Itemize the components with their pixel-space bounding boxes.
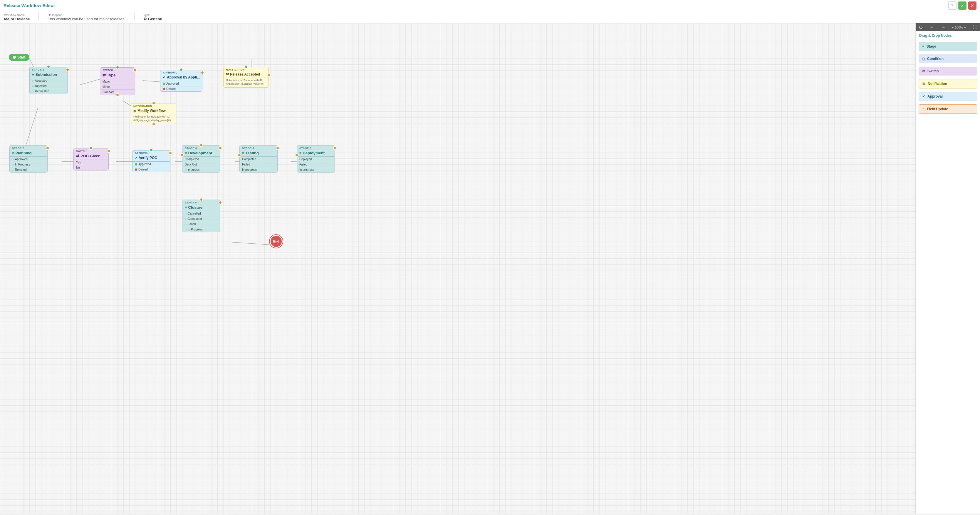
- approval-palette-icon: ✓: [922, 94, 925, 99]
- description-field: Description This workflow can be used fo…: [48, 14, 125, 21]
- stage6-item: ▷Completed: [183, 216, 220, 222]
- approval-poc-top-connector: [150, 148, 153, 152]
- notif-icon: ✉: [134, 109, 136, 113]
- condition-palette-icon: ◇: [922, 57, 925, 61]
- standard-out-dot: [134, 69, 137, 72]
- close-button[interactable]: ✕: [968, 2, 977, 10]
- zoom-minus[interactable]: −: [951, 26, 953, 29]
- notif-release-out-dot: [267, 73, 270, 77]
- approval-appli-item: Denied: [161, 86, 202, 91]
- stage2-item: ▷Rejected: [10, 167, 47, 172]
- notif-modify-node[interactable]: Notification ✉ Modify Workflow Notificat…: [131, 103, 176, 124]
- switch-poc-top-connector: [89, 147, 93, 150]
- stage6-item: ▷Failed: [183, 222, 220, 227]
- palette-switch[interactable]: ⇄ Switch: [919, 67, 977, 75]
- stage3-item: Back Out: [183, 162, 220, 167]
- stage5-node[interactable]: Stage 5 ≡ Deployment Deployed Failed In …: [297, 145, 335, 172]
- start-node[interactable]: Start: [9, 54, 29, 61]
- start-indicator: [13, 56, 16, 59]
- undo-button[interactable]: ↩: [929, 24, 934, 30]
- palette-approval[interactable]: ✓ Approval: [919, 92, 977, 101]
- stage6-item: ▷In Progress: [183, 227, 220, 232]
- palette-fieldupdate[interactable]: ○ Field Update: [919, 104, 977, 114]
- approval-icon: ✓: [135, 156, 138, 160]
- stage-icon: ≡: [185, 151, 187, 155]
- stage-icon: ≡: [12, 151, 14, 155]
- help-button[interactable]: ?: [948, 2, 956, 10]
- stage4-node[interactable]: Stage 4 ≡ Testing Completed Failed In pr…: [239, 145, 278, 172]
- stage5-item: In progress: [297, 167, 335, 172]
- type-field: Type ⚙ General: [143, 14, 162, 21]
- canvas-toolbar: ⏻ ↩ ↪ − 100% + ⛶: [916, 23, 980, 31]
- fullscreen-button[interactable]: ⛶: [972, 24, 978, 30]
- notif-modify-bottom-connector: [152, 122, 155, 126]
- stage2-node[interactable]: Stage 2 ≡ Planning ▷Approved ▷In Progres…: [10, 145, 48, 172]
- stage3-top-connector: [199, 143, 203, 147]
- stage4-item: Failed: [240, 162, 277, 167]
- palette-condition[interactable]: ◇ Condition: [919, 54, 977, 63]
- approval-poc-item: Denied: [132, 167, 170, 172]
- palette-stage[interactable]: ≡ Stage: [919, 42, 977, 51]
- stage6-top-connector: [199, 198, 203, 201]
- switch-type-node[interactable]: Switch ⇄ Type Major Minor Standard: [100, 67, 135, 95]
- notif-modify-top-connector: [152, 101, 155, 105]
- stage6-node[interactable]: Stage 6 ≡ Closure ▷Cancelled ▷Completed …: [182, 199, 220, 232]
- stage-palette-icon: ≡: [922, 45, 924, 48]
- stage1-item: ▷ Requested: [30, 89, 67, 94]
- switch-icon: ⇄: [102, 73, 106, 77]
- switch-icon: ⇄: [76, 154, 79, 158]
- stage-icon: ≡: [299, 151, 302, 155]
- notif-release-node[interactable]: Notification ✉ Release Accepted Notifica…: [223, 67, 269, 88]
- switch-type-item: Minor: [100, 85, 135, 90]
- switch-poc-item: No: [74, 165, 108, 170]
- stage6-item: ▷Cancelled: [183, 211, 220, 216]
- approval-poc-node[interactable]: Approval ✓ Verify POC Approved Denied: [132, 150, 170, 172]
- end-node[interactable]: End: [270, 235, 283, 248]
- stage4-item: In progress: [240, 167, 277, 172]
- save-button[interactable]: ✓: [958, 2, 966, 10]
- node-palette-sidebar: ⏻ ↩ ↪ − 100% + ⛶ Drag & Drop Nodes ≡ Sta…: [915, 23, 980, 513]
- switch-poc-item: Yes: [74, 160, 108, 165]
- stage-icon: ≡: [242, 151, 244, 155]
- palette-notification[interactable]: ✉ Notification: [919, 79, 977, 88]
- stage5-item: Deployed: [297, 157, 335, 162]
- switch-poc-node[interactable]: Switch ⇄ POC Given Yes No: [73, 148, 109, 171]
- stage3-item: Completed: [183, 157, 220, 162]
- approval-appli-node[interactable]: Approval ✓ Approval by Appli... Approved…: [160, 70, 202, 92]
- switch-type-bottom-connector: [116, 93, 119, 97]
- stage4-item: Completed: [240, 157, 277, 162]
- switch-type-item: Major: [100, 79, 135, 85]
- zoom-control: − 100% +: [951, 26, 966, 29]
- switch-type-top-connector: [116, 65, 119, 69]
- notif-icon: ✉: [226, 72, 229, 77]
- redo-button[interactable]: ↪: [941, 24, 946, 30]
- switch-palette-icon: ⇄: [922, 69, 925, 73]
- notification-palette-icon: ✉: [923, 82, 925, 86]
- stage2-item: ▷In Progress: [10, 162, 47, 167]
- approval-appli-item: Approved: [161, 81, 202, 86]
- approval-poc-item: Approved: [132, 162, 170, 167]
- zoom-plus[interactable]: +: [964, 26, 966, 29]
- denied-out-dot: [200, 71, 204, 74]
- workflow-name-field: Workflow Name Major Release: [4, 14, 30, 21]
- fieldupdate-palette-icon: ○: [923, 107, 924, 111]
- approval-appli-top-connector: [180, 68, 183, 72]
- stage5-item: Failed: [297, 162, 335, 167]
- stage1-top-connector: [47, 65, 50, 69]
- stage2-item: ▷Approved: [10, 157, 47, 162]
- page-title: Release Workflow Editor: [3, 3, 55, 8]
- stage1-node[interactable]: Stage 1 ≡ Submission ▷ Accepted ▷ Reject…: [29, 67, 68, 94]
- power-button[interactable]: ⏻: [918, 24, 924, 30]
- requested-out-dot: [66, 68, 69, 72]
- stage3-node[interactable]: Stage 3 ≡ Development Completed Back Out…: [182, 145, 220, 172]
- stage1-item: ▷ Accepted: [30, 78, 67, 83]
- gear-icon: ⚙: [143, 17, 147, 21]
- stage-icon: ≡: [185, 205, 187, 210]
- notif-release-top-connector: [244, 65, 248, 69]
- workflow-canvas[interactable]: Start Stage 1 ≡ Submission ▷ Accepted ▷ …: [0, 23, 915, 513]
- stage-icon: ≡: [32, 72, 34, 77]
- stage3-item: In progress: [183, 167, 220, 172]
- approval-icon: ✓: [163, 75, 166, 80]
- stage1-item: ▷ Rejected: [30, 83, 67, 89]
